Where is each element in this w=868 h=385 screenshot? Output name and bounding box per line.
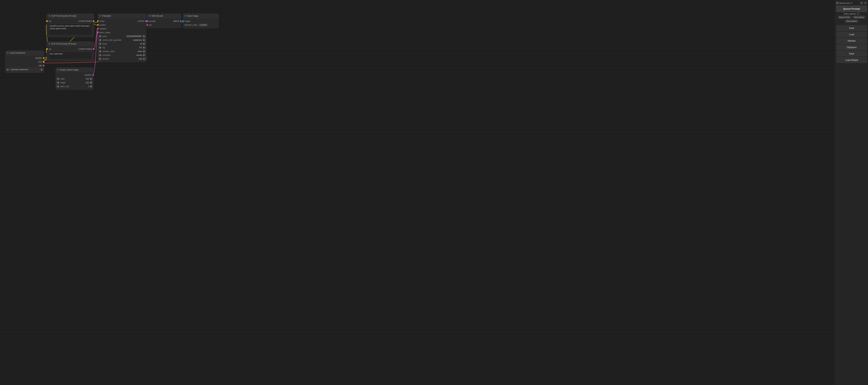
extra-options-row: Extra options (836, 13, 867, 15)
vae-samples-label: samples (149, 20, 156, 22)
node-title-save: Save Image (187, 15, 198, 17)
input-clip2-label: clip (49, 48, 51, 50)
node-header-ksampler: KSampler (98, 14, 146, 18)
input-clip-label: clip (49, 20, 51, 22)
width-inc-btn[interactable]: ▶ (90, 77, 92, 80)
cfg-inc-btn[interactable]: ▶ (143, 46, 145, 49)
ksampler-negative-label: negative (99, 28, 106, 30)
ckpt-name-field[interactable]: AnythingV5.safetensors (9, 68, 40, 71)
seed-inc-btn[interactable]: ▶ (143, 35, 145, 37)
denoise-value: 1.00 (131, 58, 142, 60)
node-title-clip2: CLIP Text Encode (Prompt) (51, 43, 76, 45)
canvas[interactable]: Load Checkpoint MODEL CLIP VAE ◀ Anythin… (0, 0, 835, 385)
width-value: 512 (78, 78, 89, 80)
width-label: width (60, 78, 77, 80)
height-dec-btn[interactable]: ◀ (57, 81, 59, 84)
clip2-text-value: text, watermark (50, 53, 63, 55)
extra-options-checkbox[interactable] (857, 13, 859, 15)
node-title-clip1: CLIP Text Encode (Prompt) (51, 15, 76, 17)
sampler-inc-btn[interactable]: ▶ (143, 50, 145, 53)
cfg-value: 8.0 (131, 46, 142, 49)
batch-inc-btn[interactable]: ▶ (90, 85, 92, 88)
output-conditioning-label: CONDITIONING (78, 20, 92, 22)
height-inc-btn[interactable]: ▶ (90, 81, 92, 84)
sampler-label: sampler_name (102, 50, 130, 53)
node-dot (7, 52, 8, 54)
height-slider-row: ◀ height 512 ▶ (56, 81, 93, 85)
control-inc-btn[interactable]: ▶ (143, 39, 145, 41)
node-header-save: Save Image (183, 14, 218, 18)
panel-divider-1 (836, 24, 867, 24)
queue-settings-btn[interactable]: ⚙ (860, 1, 863, 4)
ckpt-prev-btn[interactable]: ◀ (6, 68, 9, 71)
ksampler-negative-row: negative (98, 27, 146, 31)
clip2-text-area[interactable]: text, watermark (49, 52, 92, 59)
save-images-row: images (183, 19, 218, 23)
width-dec-btn[interactable]: ◀ (57, 77, 59, 80)
queue-prompt-button[interactable]: Queue Prompt (836, 6, 867, 12)
node-header-clip1: CLIP Text Encode (Prompt) (47, 14, 94, 18)
ksampler-positive-label: positive (99, 24, 106, 26)
height-value: 512 (78, 82, 89, 84)
save-images-label: images (185, 20, 191, 22)
steps-dec-btn[interactable]: ◀ (99, 42, 101, 45)
denoise-dec-btn[interactable]: ◀ (99, 58, 101, 60)
output-clip-label: CLIP (38, 61, 42, 63)
batch-value: 1 (78, 86, 89, 88)
load-default-button[interactable]: Load Default (836, 57, 867, 63)
output-latent-label: LATENT (57, 74, 92, 76)
vae-vae-row: vae (147, 23, 181, 27)
clip1-text-area[interactable]: beautiful scenery nature glass bottle la… (49, 24, 92, 35)
scheduler-value: normal (131, 54, 142, 56)
batch-dec-btn[interactable]: ◀ (57, 85, 59, 88)
sampler-dec-btn[interactable]: ◀ (99, 50, 101, 53)
node-dot (49, 15, 50, 17)
scheduler-dec-btn[interactable]: ◀ (99, 54, 101, 56)
denoise-label: denoise (102, 58, 130, 60)
refresh-button[interactable]: Refresh (836, 38, 867, 44)
ksampler-node: KSampler model LATENT positive negative … (98, 13, 146, 62)
batch-slider-row: ◀ batch_size 1 ▶ (56, 85, 93, 88)
output-model-label: MODEL (35, 57, 42, 59)
queue-header: Queue size: 0 ⚙ ✕ (836, 1, 867, 5)
view-history-button[interactable]: View History (845, 20, 858, 23)
output-vae-label: VAE (39, 65, 42, 67)
save-image-node: Save Image images filename_prefix ComfyU… (183, 13, 219, 28)
ckpt-next-btn[interactable]: ▶ (40, 68, 43, 71)
clear-button[interactable]: Clear (836, 51, 867, 57)
steps-inc-btn[interactable]: ▶ (143, 42, 145, 45)
load-button[interactable]: Load (836, 32, 867, 37)
empty-latent-image-node: Empty Latent Image LATENT ◀ width 512 ▶ … (56, 67, 93, 90)
queue-front-button[interactable]: Queue Front (837, 15, 851, 19)
ksampler-positive-row: positive (98, 23, 146, 27)
queue-close-btn[interactable]: ✕ (864, 1, 867, 4)
control-dec-btn[interactable]: ◀ (99, 39, 101, 41)
grid-icon (836, 2, 839, 4)
ckpt-name-value: AnythingV5.safetensors (10, 69, 28, 70)
view-queue-button[interactable]: View Queue (852, 15, 866, 19)
output-vae-port (43, 65, 44, 66)
load-checkpoint-node: Load Checkpoint MODEL CLIP VAE ◀ Anythin… (5, 51, 44, 73)
ksampler-latent-in-label: latent_image (99, 31, 110, 34)
save-button[interactable]: Save (836, 25, 867, 31)
node-title-ksampler: KSampler (102, 15, 111, 17)
filename-prefix-value[interactable]: ComfyUI (198, 24, 208, 26)
vae-vae-port (147, 24, 148, 26)
steps-label: steps (102, 43, 130, 45)
sampler-value: euler (131, 50, 142, 53)
node-header-clip2: CLIP Text Encode (Prompt) (47, 42, 94, 46)
vae-samples-port (147, 20, 148, 22)
queue-controls: ⚙ ✕ (860, 1, 867, 4)
output-conditioning2-label: CONDITIONING (78, 48, 92, 50)
output-latent-row: LATENT (56, 73, 93, 77)
ckpt-name-row: ◀ AnythingV5.safetensors ▶ (5, 67, 44, 72)
input-clip2-port (46, 48, 48, 50)
node-body-vae: samples IMAGE vae (147, 18, 181, 28)
clipspace-button[interactable]: Clipspace (836, 44, 867, 50)
seed-dec-btn[interactable]: ◀ (99, 35, 101, 37)
denoise-inc-btn[interactable]: ▶ (143, 58, 145, 60)
scheduler-inc-btn[interactable]: ▶ (143, 54, 145, 56)
ksampler-latent-out-label: LATENT (137, 20, 145, 22)
input-clip-row: clip CONDITIONING (47, 19, 94, 23)
cfg-dec-btn[interactable]: ◀ (99, 46, 101, 49)
